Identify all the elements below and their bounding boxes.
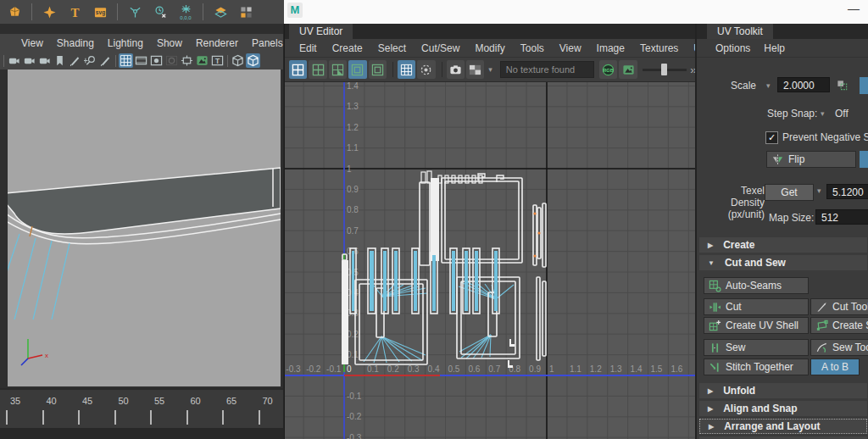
rgb-channels-button[interactable]: RGB xyxy=(599,60,617,79)
section-unfold[interactable]: ▶Unfold xyxy=(699,383,867,398)
hud-text-icon[interactable]: T xyxy=(210,53,225,68)
slider-handle[interactable] xyxy=(661,64,667,75)
uv-menu-edit[interactable]: Edit xyxy=(292,42,325,54)
shadow-components-button[interactable] xyxy=(417,60,435,79)
tab-uv-editor[interactable]: UV Editor xyxy=(289,24,353,39)
timeline-tick[interactable] xyxy=(42,410,44,425)
motion-trail-icon[interactable] xyxy=(124,1,146,23)
sparkle-icon[interactable] xyxy=(38,1,60,23)
pixel-snap-button[interactable] xyxy=(398,60,415,79)
sew-button[interactable]: Sew xyxy=(704,339,809,356)
uv-menu-tools[interactable]: Tools xyxy=(513,42,552,54)
uv-menu-modify[interactable]: Modify xyxy=(467,42,512,54)
section-cut-and-sew[interactable]: ▼Cut and Sew xyxy=(699,255,867,270)
resolution-gate-icon[interactable] xyxy=(149,53,164,68)
exposure-slider[interactable] xyxy=(643,62,686,77)
section-align-and-snap[interactable]: ▶Align and Snap xyxy=(699,401,867,416)
cut-button[interactable]: Cut xyxy=(704,298,809,315)
snap-origin-icon[interactable]: 0,0,0 xyxy=(175,1,197,23)
uv-distortion-button[interactable] xyxy=(289,60,307,79)
viewport-menu-panels[interactable]: Panels xyxy=(245,37,290,49)
camera-gear-icon[interactable] xyxy=(37,53,52,68)
xray-cube-icon[interactable] xyxy=(231,53,245,68)
viewport-menu-show[interactable]: Show xyxy=(150,37,189,49)
scale-caret[interactable]: ▾ xyxy=(766,81,771,90)
prevent-negative-checkbox[interactable]: ✓ xyxy=(765,131,778,144)
minimize-button[interactable]: — xyxy=(843,2,864,20)
viewport-menu-view[interactable]: View xyxy=(14,37,50,49)
grid-border-button[interactable] xyxy=(369,60,387,79)
uv-menu-view[interactable]: View xyxy=(552,42,589,54)
auto-seams-button[interactable]: Auto-Seams xyxy=(704,277,809,294)
scale-value-field[interactable]: 2.0000 xyxy=(777,77,830,92)
camera-lock-icon[interactable] xyxy=(22,53,36,68)
uv-menu-cut-sew[interactable]: Cut/Sew xyxy=(414,42,467,54)
stitch-together-button[interactable]: Stitch Together xyxy=(704,358,809,375)
perspective-viewport[interactable]: x xyxy=(8,69,281,386)
texel-density-field[interactable]: 5.1200 xyxy=(826,184,868,199)
timeline-tick[interactable] xyxy=(186,410,188,425)
grid-toggle-icon[interactable] xyxy=(119,53,133,68)
uv-menu-textures[interactable]: Textures xyxy=(632,42,686,54)
timeline-tick[interactable] xyxy=(78,410,80,425)
flip-button[interactable]: Flip xyxy=(766,151,856,168)
viewport-menu-shading[interactable]: Shading xyxy=(50,37,101,49)
create-shell-button[interactable]: Create Shell xyxy=(810,317,868,334)
texture-dropdown-caret[interactable]: ▾ xyxy=(488,65,492,74)
uv-snapshot-button[interactable] xyxy=(447,60,465,79)
texel-get-caret[interactable]: ▾ xyxy=(817,186,821,195)
type-tool-icon[interactable]: T xyxy=(64,1,86,23)
film-gate-icon[interactable] xyxy=(134,53,148,68)
svg-tool-icon[interactable]: svg xyxy=(89,1,111,23)
brush-icon[interactable] xyxy=(68,53,82,68)
a-to-b-button[interactable]: A to B xyxy=(810,358,860,375)
step-snap-caret[interactable]: ▾ xyxy=(821,109,825,118)
viewport-menu-renderer[interactable]: Renderer xyxy=(189,37,245,49)
uv-menu-image[interactable]: Image xyxy=(589,42,632,54)
uv-menu-select[interactable]: Select xyxy=(370,42,414,54)
time-slider[interactable]: 3540455055606570 xyxy=(0,388,283,430)
section-arrange-and-layout[interactable]: ▶Arrange and Layout xyxy=(699,419,867,434)
camera-icon[interactable] xyxy=(7,53,21,68)
texel-get-button[interactable]: Get xyxy=(765,184,814,201)
scale-apply-button[interactable] xyxy=(860,77,868,94)
delete-time-icon[interactable] xyxy=(149,1,171,23)
viewport-menu-lighting[interactable]: Lighting xyxy=(101,37,150,49)
poly-sphere-icon[interactable] xyxy=(3,1,25,23)
field-chart-icon[interactable] xyxy=(180,53,194,68)
texture-status-field[interactable]: No texture found xyxy=(500,61,594,78)
copy-uv-icon[interactable] xyxy=(835,78,849,92)
tile-border-button[interactable] xyxy=(348,60,366,79)
timeline-tick[interactable] xyxy=(114,410,116,425)
flip-apply-button[interactable] xyxy=(860,151,868,168)
timeline-tick[interactable] xyxy=(259,410,260,425)
uv-menu-create[interactable]: Create xyxy=(325,42,370,54)
uv-editor-menubar[interactable]: EditCreateSelectCut/SewModifyToolsViewIm… xyxy=(285,39,696,58)
image-display-button[interactable] xyxy=(619,60,637,79)
pan-zoom-icon[interactable] xyxy=(83,53,97,68)
viewport-icon-bar[interactable]: T xyxy=(0,52,283,69)
map-size-field[interactable]: 512 xyxy=(815,209,868,225)
component-squares-icon[interactable] xyxy=(235,1,257,23)
isolate-cube-icon[interactable] xyxy=(246,53,260,68)
timeline-tick[interactable] xyxy=(222,410,224,425)
section-create[interactable]: ▶Create xyxy=(699,237,867,253)
timeline-tick[interactable] xyxy=(150,410,152,425)
checker-map-button[interactable] xyxy=(309,60,326,79)
uv-canvas[interactable]: -0.3-0.2-0.100.10.20.30.40.50.60.70.80.9… xyxy=(285,82,696,439)
shelf-toolbar[interactable]: Tsvg0,0,0 xyxy=(0,0,284,24)
viewport-menubar[interactable]: ViewShadingLightingShowRendererPanels xyxy=(0,34,283,52)
layers-icon[interactable] xyxy=(209,1,231,23)
gate-mask-icon[interactable] xyxy=(164,53,179,68)
shade-uvs-button[interactable] xyxy=(329,60,347,79)
sew-tool-button[interactable]: Sew Tool xyxy=(810,339,868,356)
uv-editor-toolbar[interactable]: ▾No texture foundRGB›› xyxy=(285,58,696,82)
range-slider[interactable] xyxy=(0,428,283,439)
create-uv-shell-button[interactable]: Create UV Shell xyxy=(704,317,809,334)
bookmark-icon[interactable] xyxy=(53,53,67,68)
timeline-tick[interactable] xyxy=(6,410,8,425)
cut-tool-button[interactable]: Cut Tool xyxy=(810,298,868,315)
pencil-icon[interactable] xyxy=(98,53,113,68)
image-plane-icon[interactable] xyxy=(195,53,209,68)
checker-texture-button[interactable] xyxy=(466,60,484,79)
